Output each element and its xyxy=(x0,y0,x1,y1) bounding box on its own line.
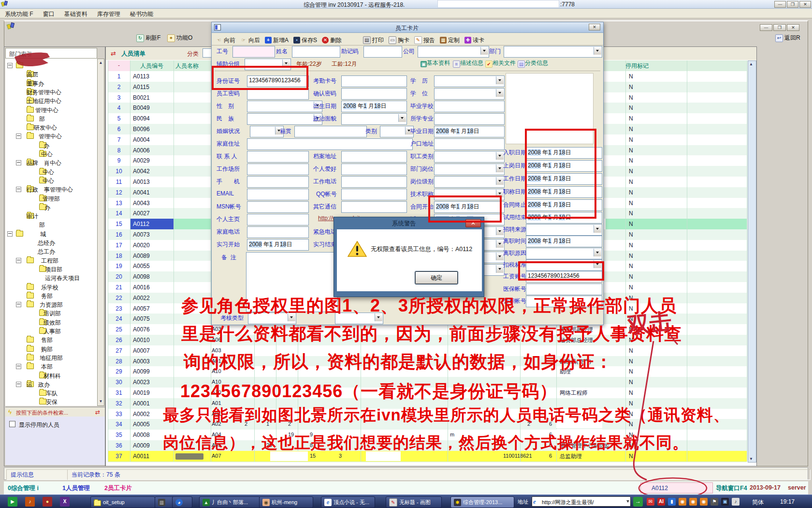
taskbar-button-oit_setup[interactable]: oit_setup xyxy=(90,496,155,508)
person-icon[interactable]: ◉ xyxy=(679,498,686,506)
taskbar-button-丿自由丶部落...[interactable]: ▲丿自由丶部落... xyxy=(199,496,260,508)
menu-item-3[interactable]: 库存管理 xyxy=(92,9,125,18)
inner-close-button[interactable]: ✕ xyxy=(787,24,799,31)
tab-基本资料[interactable]: ▣基本资料 xyxy=(420,59,450,67)
address-dropdown-icon[interactable] xyxy=(626,500,629,504)
cell-code[interactable]: A0075 xyxy=(133,315,150,322)
tree-item[interactable]: 研发中心 xyxy=(5,123,97,132)
cell-code[interactable]: B0096 xyxy=(133,126,150,133)
tree-item[interactable]: 乐学校 xyxy=(5,283,97,291)
nav-window-label[interactable]: 导航窗口F4 xyxy=(716,484,747,493)
dropdown-button-icon[interactable] xyxy=(496,253,504,260)
browser-icon[interactable]: ● xyxy=(43,497,52,507)
field-公司[interactable] xyxy=(418,46,489,58)
dropdown-button-icon[interactable] xyxy=(496,89,504,97)
cell-code[interactable]: A0057 xyxy=(133,305,150,312)
field-EMAIL[interactable] xyxy=(247,189,309,200)
scroll-down-icon[interactable]: ▼ xyxy=(749,457,753,461)
cell-code[interactable]: A0016 xyxy=(133,284,150,291)
field-出生日期[interactable]: 2008 年1 月18日 xyxy=(341,101,407,112)
cell-code[interactable]: A0076 xyxy=(133,326,150,333)
toolbar-定制[interactable]: ▦定制 xyxy=(440,36,460,45)
inner-restore-button[interactable]: ❐ xyxy=(773,24,786,31)
toolbar-报告[interactable]: ✎报告 xyxy=(414,36,435,45)
tree-item[interactable]: 管理中心 xyxy=(5,132,97,140)
tree-item[interactable]: 品牌 肖中心 xyxy=(5,159,97,167)
music-icon[interactable]: ♪ xyxy=(25,497,35,507)
list-tab-label[interactable]: 人员清单 xyxy=(121,50,145,58)
show-disabled-checkbox[interactable] xyxy=(9,421,15,427)
network-icon[interactable]: ▣ xyxy=(721,498,729,506)
search-condition-bar[interactable]: ϟ 按照下面的条件检索... ⇄ xyxy=(5,407,105,417)
tree-item[interactable]: 办 xyxy=(5,141,97,149)
bottom-tab-1[interactable]: 1人员管理 xyxy=(62,484,90,493)
chat-icon[interactable]: ✉ xyxy=(647,498,654,506)
dropdown-button-icon[interactable] xyxy=(594,47,601,55)
tree-item[interactable]: 中心 xyxy=(5,168,97,176)
cell-code[interactable]: A0113 xyxy=(133,73,149,80)
field-家庭住址[interactable] xyxy=(247,138,413,150)
warning-ok-button[interactable]: 确定 xyxy=(415,271,458,284)
toolbar-删除[interactable]: ✕删除 xyxy=(322,36,342,45)
tree-item[interactable]: 地征用部 xyxy=(5,354,97,362)
cell-code[interactable]: A0010 xyxy=(133,337,150,344)
dropdown-button-icon[interactable] xyxy=(480,47,488,55)
tree-item[interactable]: 总工办 xyxy=(5,247,97,255)
cell-code[interactable]: A0009 xyxy=(133,442,150,449)
field-离职时间[interactable]: 2008 年1 月18日 xyxy=(526,236,602,247)
cell-code[interactable]: A0002 xyxy=(133,411,150,418)
field-姓名[interactable] xyxy=(292,46,340,58)
ime-language[interactable]: 简体 xyxy=(752,498,764,507)
return-button[interactable]: ↩返回R xyxy=(775,34,800,42)
address-bar[interactable]: e http://网游之重生最强/ xyxy=(532,496,631,507)
field-招聘来源[interactable] xyxy=(526,224,602,236)
tree-item[interactable]: 售部 xyxy=(5,336,97,344)
table-scrollbar[interactable]: ▲▼ xyxy=(748,60,756,463)
cell-code[interactable]: A0055 xyxy=(133,263,150,269)
field-岗位级别[interactable] xyxy=(434,176,505,188)
cell-code[interactable]: B0049 xyxy=(133,105,150,111)
tree-item[interactable]: 工程部 xyxy=(5,256,97,265)
cell-code[interactable]: A0041 xyxy=(133,189,150,196)
tree-expand-icon[interactable] xyxy=(16,134,21,139)
field-档案地址[interactable] xyxy=(341,151,407,163)
field-部门[interactable] xyxy=(504,46,602,58)
tab-相关文件[interactable]: ✔相关文件 xyxy=(485,59,516,68)
dropdown-button-icon[interactable] xyxy=(594,249,601,256)
field-考勤卡号[interactable] xyxy=(341,75,407,87)
taskbar-button[interactable]: ◕ xyxy=(172,496,192,508)
field-QQ帐号[interactable] xyxy=(341,189,407,200)
msn-icon[interactable]: ▮ xyxy=(668,498,676,506)
close-button[interactable]: ✕ xyxy=(799,1,811,8)
media-player-icon[interactable]: ▶ xyxy=(8,497,17,507)
taskbar-button-综合管理-2013...[interactable]: ✱综合管理-2013... xyxy=(450,496,514,508)
dropdown-button-icon[interactable] xyxy=(496,265,504,273)
field-籍贯[interactable] xyxy=(294,126,367,137)
field-婚姻状况[interactable] xyxy=(250,126,284,137)
dropdown-button-icon[interactable] xyxy=(496,152,504,160)
tree-item[interactable]: 总经办 xyxy=(5,239,97,247)
cell-code[interactable]: A0005 xyxy=(133,421,150,428)
tree-item[interactable]: 中心 xyxy=(5,177,97,185)
tree-item[interactable]: 办 xyxy=(5,203,97,211)
field-工作电话[interactable] xyxy=(341,176,407,188)
field-工号[interactable] xyxy=(232,46,275,58)
cell-code[interactable]: A0099 xyxy=(133,368,150,375)
dropdown-button-icon[interactable] xyxy=(496,240,504,248)
field-毕业学校[interactable] xyxy=(434,101,505,112)
toolbar-打印[interactable]: ▤打印 xyxy=(363,36,384,45)
cell-code[interactable]: A0020 xyxy=(133,242,150,249)
field-毕业日期[interactable]: 2008 年1 月18日 xyxy=(434,126,505,137)
field-个人爱好[interactable] xyxy=(341,164,407,175)
function-button[interactable]: ✦功能O xyxy=(167,34,192,42)
toolbar-保存S[interactable]: ▪保存S xyxy=(293,36,317,45)
tree-expand-icon[interactable] xyxy=(16,364,21,369)
menu-item-0[interactable]: 系统功能 F xyxy=(0,9,38,18)
cell-code[interactable]: A0027 xyxy=(133,210,150,217)
field-医保帐号[interactable] xyxy=(526,284,602,295)
cell-code[interactable]: A0001 xyxy=(133,400,150,407)
tree-item[interactable]: 务部 xyxy=(5,292,97,300)
taskbar-button-顶点小说 - 无...[interactable]: e顶点小说 - 无... xyxy=(321,496,375,508)
cell-code[interactable]: A0023 xyxy=(133,379,150,386)
tree-item[interactable]: 运 政办 xyxy=(5,380,97,388)
